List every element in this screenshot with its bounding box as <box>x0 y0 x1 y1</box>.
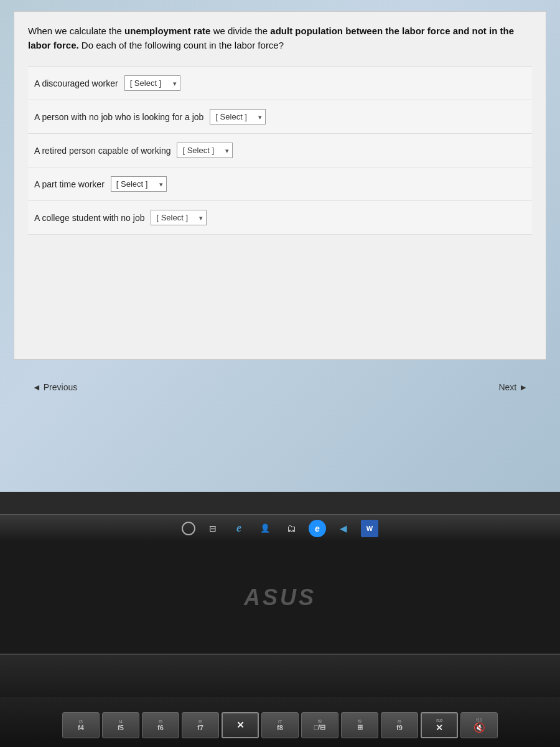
select-college[interactable]: [ Select ] Yes No <box>151 210 207 225</box>
question-card: When we calculate the unemployment rate … <box>14 11 546 360</box>
select-wrapper-parttime: [ Select ] Yes No ▾ <box>111 176 167 192</box>
key-f10[interactable]: f10 ✕ <box>421 712 458 738</box>
edge-icon[interactable]: e <box>230 520 248 537</box>
asus-area: ASUS <box>0 542 560 654</box>
select-looking[interactable]: [ Select ] Yes No <box>210 109 266 125</box>
question-row-retired: A retired person capable of working [ Se… <box>28 134 532 167</box>
task-view-icon[interactable]: ⊟ <box>204 520 222 537</box>
word-icon[interactable]: W <box>361 520 378 537</box>
label-college: A college student with no job <box>34 213 144 223</box>
taskbar: ⊟ e 👤 🗂 e ◀ W <box>0 514 560 542</box>
key-f8[interactable]: f8 □/⊟ <box>301 712 338 738</box>
navigation-bar: ◄ Previous Next ► <box>14 371 546 403</box>
key-f11[interactable]: f11 🔇 <box>460 712 498 738</box>
select-wrapper-discouraged: [ Select ] Yes No ▾ <box>124 75 180 91</box>
next-button[interactable]: Next ► <box>498 382 528 392</box>
key-f9a[interactable]: f9 ⊞ <box>341 712 378 738</box>
key-f6[interactable]: f6 f7 <box>182 712 219 738</box>
key-f3[interactable]: f3 f4 <box>62 712 100 738</box>
label-discouraged: A discouraged worker <box>34 78 118 88</box>
select-wrapper-retired: [ Select ] Yes No ▾ <box>177 143 233 158</box>
media-icon[interactable]: ◀ <box>335 520 352 537</box>
label-parttime: A part time worker <box>34 179 105 189</box>
key-f4[interactable]: f4 f5 <box>102 712 139 738</box>
question-row-parttime: A part time worker [ Select ] Yes No ▾ <box>28 167 532 201</box>
select-retired[interactable]: [ Select ] Yes No <box>177 143 233 158</box>
question-row-college: A college student with no job [ Select ]… <box>28 201 532 235</box>
start-button[interactable] <box>182 522 195 535</box>
question-text: When we calculate the unemployment rate … <box>28 24 532 52</box>
label-looking: A person with no job who is looking for … <box>34 112 203 122</box>
asus-logo: ASUS <box>244 585 316 611</box>
select-wrapper-looking: [ Select ] Yes No ▾ <box>210 109 266 125</box>
folder-icon[interactable]: 🗂 <box>282 520 300 537</box>
laptop-bezel <box>0 654 560 697</box>
question-row-looking: A person with no job who is looking for … <box>28 100 532 134</box>
screen: When we calculate the unemployment rate … <box>0 0 560 492</box>
previous-button[interactable]: ◄ Previous <box>32 382 77 392</box>
question-row-discouraged: A discouraged worker [ Select ] Yes No ▾ <box>28 66 532 100</box>
select-wrapper-college: [ Select ] Yes No ▾ <box>151 210 207 225</box>
label-retired: A retired person capable of working <box>34 146 170 156</box>
key-f9b[interactable]: f9 f9 <box>381 712 418 738</box>
key-f7[interactable]: f7 f8 <box>261 712 299 738</box>
select-discouraged[interactable]: [ Select ] Yes No <box>124 75 180 91</box>
key-x[interactable]: ✕ <box>222 712 259 738</box>
keyboard: f3 f4 f4 f5 f5 f6 f6 f7 ✕ f7 f8 f8 □/⊟ f… <box>0 697 560 747</box>
key-f5[interactable]: f5 f6 <box>142 712 179 738</box>
user-icon[interactable]: 👤 <box>256 520 274 537</box>
browser-icon[interactable]: e <box>309 520 326 537</box>
select-parttime[interactable]: [ Select ] Yes No <box>111 176 167 192</box>
